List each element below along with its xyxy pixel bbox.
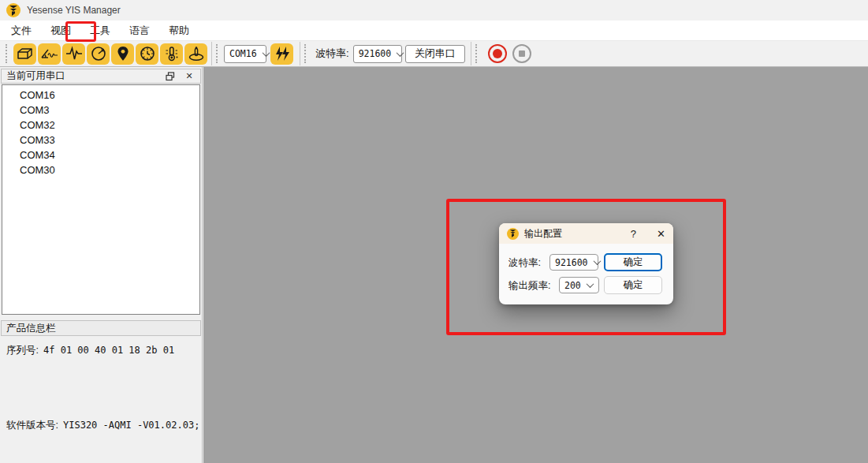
dialog-frequency-select[interactable]: 200 <box>559 277 599 293</box>
window-title: Yesense YIS Manager <box>27 5 121 16</box>
close-icon[interactable]: ✕ <box>657 229 665 239</box>
list-item[interactable]: COM30 <box>2 162 199 177</box>
port-select[interactable]: COM16 <box>224 45 266 63</box>
float-window-icon[interactable] <box>164 71 177 82</box>
toolbar-grip[interactable] <box>6 44 9 63</box>
chevron-down-icon <box>397 49 404 57</box>
yesense-logo-icon <box>507 228 519 240</box>
chevron-down-icon <box>593 257 601 265</box>
toolbar-separator <box>300 42 300 65</box>
serial-port-dock: 当前可用串口 ✕ COM16COM3COM32COM33COM34COM30 产… <box>0 67 203 463</box>
product-info-header: 产品信息栏 <box>1 320 201 336</box>
dock-header: 当前可用串口 ✕ <box>1 69 201 84</box>
toolbar: COM16 波特率: 921600 关闭串口 <box>0 40 868 67</box>
menubar: 文件视图工具语言帮助 <box>0 21 868 40</box>
menu-item-2[interactable]: 工具 <box>80 21 120 40</box>
list-item[interactable]: COM34 <box>2 147 199 162</box>
dialog-frequency-label: 输出频率: <box>509 279 550 293</box>
menu-item-4[interactable]: 帮助 <box>159 21 199 40</box>
menu-item-3[interactable]: 语言 <box>120 21 159 40</box>
help-icon[interactable]: ? <box>631 229 636 239</box>
waveform-icon[interactable] <box>62 43 85 65</box>
utc-clock-icon[interactable] <box>136 43 158 65</box>
record-icon[interactable] <box>487 43 508 64</box>
toolbar-grip[interactable] <box>216 44 220 63</box>
menu-item-1[interactable]: 视图 <box>41 21 80 40</box>
angle-wave-icon[interactable] <box>38 43 61 65</box>
toolbar-separator <box>471 42 471 65</box>
thermometer-icon[interactable] <box>160 43 183 65</box>
double-lightning-icon[interactable] <box>270 43 293 65</box>
serial-number-value: 4f 01 00 40 01 18 2b 01 <box>43 345 174 356</box>
menu-item-0[interactable]: 文件 <box>2 21 41 40</box>
chevron-down-icon <box>586 280 594 288</box>
toolbar-grip[interactable] <box>475 44 479 63</box>
output-config-dialog: 输出配置 ? ✕ 波特率: 921600 确定 输出频率: 200 确定 <box>499 223 673 304</box>
baud-ok-button[interactable]: 确定 <box>604 253 662 271</box>
baud-select[interactable]: 921600 <box>353 45 402 63</box>
gauge-icon[interactable] <box>87 43 110 65</box>
software-version-value: YIS320 -AQMI -V01.02.03; <box>63 420 199 431</box>
yesense-logo-icon <box>6 3 20 17</box>
frequency-ok-button[interactable]: 确定 <box>604 276 662 294</box>
gyro-attitude-icon[interactable] <box>184 43 207 65</box>
dialog-title: 输出配置 <box>524 227 631 241</box>
list-item[interactable]: COM16 <box>2 88 199 103</box>
dialog-baud-label: 波特率: <box>509 256 541 270</box>
list-item[interactable]: COM32 <box>2 118 199 133</box>
title-bar: Yesense YIS Manager <box>0 0 868 21</box>
serial-number-label: 序列号: <box>6 344 39 357</box>
close-icon[interactable]: ✕ <box>183 71 196 82</box>
stop-icon[interactable] <box>512 43 532 64</box>
list-item[interactable]: COM3 <box>2 103 199 118</box>
serial-number-line: 序列号: 4f 01 00 40 01 18 2b 01 <box>6 344 174 357</box>
software-version-line: 软件版本号: YIS320 -AQMI -V01.02.03; <box>6 419 199 432</box>
toolbar-separator <box>211 42 212 65</box>
location-pin-icon[interactable] <box>111 43 134 65</box>
dialog-title-bar[interactable]: 输出配置 ? ✕ <box>499 223 673 244</box>
chevron-down-icon <box>262 49 270 57</box>
app-window: Yesense YIS Manager 文件视图工具语言帮助 <box>0 0 868 463</box>
software-version-label: 软件版本号: <box>6 419 58 432</box>
port-list: COM16COM3COM32COM33COM34COM30 <box>2 84 200 315</box>
close-serial-button[interactable]: 关闭串口 <box>405 45 465 63</box>
cube-icon[interactable] <box>13 43 36 65</box>
dialog-baud-select[interactable]: 921600 <box>549 254 598 271</box>
dock-title: 当前可用串口 <box>6 69 158 83</box>
list-item[interactable]: COM33 <box>2 133 199 147</box>
baud-rate-label: 波特率: <box>315 47 349 61</box>
toolbar-grip[interactable] <box>304 44 308 63</box>
